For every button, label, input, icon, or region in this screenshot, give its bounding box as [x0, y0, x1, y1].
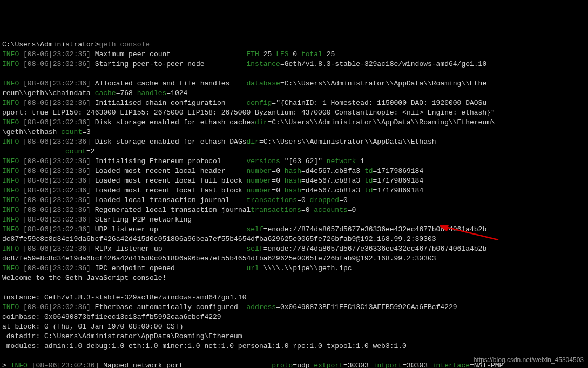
- terminal-output[interactable]: C:\Users\Administrator>geth consoleINFO …: [2, 40, 586, 368]
- watermark-text: https://blog.csdn.net/weixin_45304503: [474, 355, 584, 365]
